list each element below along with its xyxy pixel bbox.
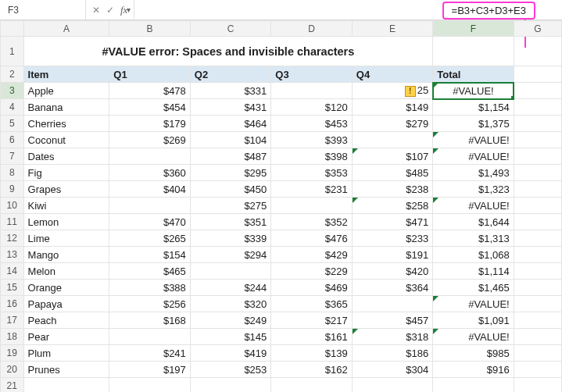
cell[interactable]: $398 — [271, 148, 352, 165]
cell[interactable]: $186 — [352, 345, 432, 362]
cell[interactable] — [514, 148, 561, 165]
cell-total[interactable]: $1,154 — [433, 99, 514, 116]
cell[interactable] — [109, 148, 190, 165]
fill-handle[interactable] — [511, 96, 514, 99]
cell[interactable]: $241 — [109, 345, 190, 362]
cell[interactable]: $388 — [109, 280, 190, 296]
cell[interactable]: Orange — [23, 280, 109, 296]
cell-total[interactable]: $1,493 — [433, 165, 514, 181]
cell[interactable]: $279 — [352, 116, 432, 132]
cell[interactable] — [514, 230, 561, 247]
cell[interactable]: $393 — [271, 132, 352, 148]
cell[interactable]: $191 — [352, 247, 432, 263]
cell[interactable]: $429 — [271, 247, 352, 263]
cell[interactable]: $476 — [271, 230, 352, 247]
cell-total[interactable]: $1,375 — [433, 116, 514, 132]
row-header[interactable]: 3 — [1, 83, 24, 99]
cell[interactable]: $154 — [109, 247, 190, 263]
cancel-icon[interactable]: ✕ — [92, 5, 100, 16]
col-header-F[interactable]: F — [433, 21, 514, 37]
cell[interactable]: $265 — [109, 230, 190, 247]
col-header-G[interactable]: G — [514, 21, 561, 37]
cell-total[interactable]: #VALUE! — [433, 329, 514, 345]
col-header-E[interactable]: E — [352, 21, 432, 37]
cell[interactable]: $431 — [190, 99, 270, 116]
cell[interactable] — [190, 378, 270, 393]
cell[interactable]: Grapes — [23, 181, 109, 198]
cell-total[interactable]: $1,313 — [433, 230, 514, 247]
cell-total[interactable]: $1,114 — [433, 263, 514, 280]
cell[interactable] — [109, 329, 190, 345]
cell-total[interactable]: $985 — [433, 345, 514, 362]
warning-icon[interactable] — [405, 86, 416, 97]
cell-total[interactable]: $916 — [433, 362, 514, 378]
cell-total[interactable]: #VALUE! — [433, 83, 514, 99]
cell[interactable]: $120 — [271, 99, 352, 116]
cell[interactable] — [352, 378, 432, 393]
row-header[interactable]: 9 — [1, 181, 24, 198]
cell[interactable]: $244 — [190, 280, 270, 296]
cell[interactable]: $320 — [190, 296, 270, 312]
cell-total[interactable]: #VALUE! — [433, 198, 514, 214]
cell[interactable]: $471 — [352, 214, 432, 230]
cell[interactable] — [109, 378, 190, 393]
cell-total[interactable]: #VALUE! — [433, 296, 514, 312]
cell[interactable]: Plum — [23, 345, 109, 362]
cell[interactable]: Coconut — [23, 132, 109, 148]
cell-total[interactable]: #VALUE! — [433, 148, 514, 165]
cell[interactable]: Papaya — [23, 296, 109, 312]
fx-icon[interactable]: fx — [120, 4, 127, 16]
row-header[interactable]: 7 — [1, 148, 24, 165]
cell[interactable] — [433, 37, 514, 66]
cell[interactable] — [352, 296, 432, 312]
cell[interactable] — [514, 263, 561, 280]
cell[interactable]: $104 — [190, 132, 270, 148]
cell[interactable] — [514, 247, 561, 263]
row-header[interactable]: 20 — [1, 362, 24, 378]
cell[interactable] — [271, 378, 352, 393]
cell[interactable]: Fig — [23, 165, 109, 181]
cell[interactable]: $295 — [190, 165, 270, 181]
cell[interactable]: $149 — [352, 99, 432, 116]
cell[interactable]: $360 — [109, 165, 190, 181]
cell[interactable] — [23, 378, 109, 393]
cell[interactable]: $233 — [352, 230, 432, 247]
cell[interactable]: $139 — [271, 345, 352, 362]
cell[interactable]: $269 — [109, 132, 190, 148]
row-header[interactable]: 11 — [1, 214, 24, 230]
col-header-D[interactable]: D — [271, 21, 352, 37]
row-header[interactable]: 1 — [1, 37, 24, 66]
cell[interactable]: $352 — [271, 214, 352, 230]
select-all-corner[interactable] — [1, 21, 24, 37]
cell[interactable]: $168 — [109, 312, 190, 329]
cell[interactable]: Pear — [23, 329, 109, 345]
cell[interactable]: $331 — [190, 83, 270, 99]
cell[interactable] — [514, 181, 561, 198]
cell[interactable]: Lemon — [23, 214, 109, 230]
cell-total[interactable]: $1,068 — [433, 247, 514, 263]
row-header[interactable]: 18 — [1, 329, 24, 345]
cell[interactable]: $469 — [271, 280, 352, 296]
cell[interactable]: $464 — [190, 116, 270, 132]
cell[interactable]: Melon — [23, 263, 109, 280]
cell[interactable]: $256 — [109, 296, 190, 312]
row-header[interactable]: 4 — [1, 99, 24, 116]
cell[interactable]: Apple — [23, 83, 109, 99]
cell[interactable]: $470 — [109, 214, 190, 230]
cell[interactable] — [514, 345, 561, 362]
row-header[interactable]: 8 — [1, 165, 24, 181]
row-header[interactable]: 6 — [1, 132, 24, 148]
cell[interactable]: $217 — [271, 312, 352, 329]
cell[interactable] — [514, 296, 561, 312]
cell[interactable]: $339 — [190, 230, 270, 247]
cell[interactable]: Kiwi — [23, 198, 109, 214]
cell[interactable] — [352, 132, 432, 148]
cell[interactable]: $275 — [190, 198, 270, 214]
cell[interactable] — [514, 83, 561, 99]
col-header-A[interactable]: A — [23, 21, 109, 37]
cell[interactable]: $450 — [190, 181, 270, 198]
cell[interactable] — [514, 116, 561, 132]
cell[interactable]: $231 — [271, 181, 352, 198]
cell[interactable]: Prunes — [23, 362, 109, 378]
row-header[interactable]: 12 — [1, 230, 24, 247]
